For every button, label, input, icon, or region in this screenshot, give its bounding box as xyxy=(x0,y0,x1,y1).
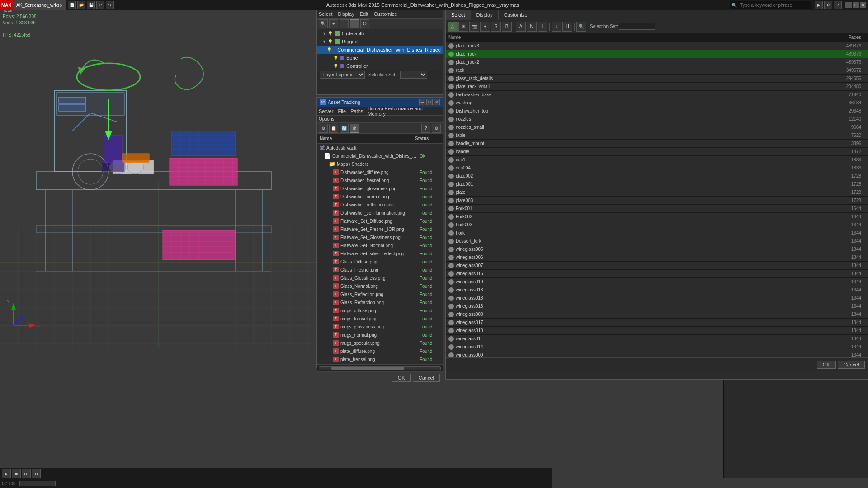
render-icon[interactable]: ▶ xyxy=(815,1,823,9)
open-icon[interactable]: 📂 xyxy=(77,1,85,9)
sfs-object-item-25[interactable]: wineglass0051344 xyxy=(446,245,868,253)
sfs-object-item-10[interactable]: nozzles_small9664 xyxy=(446,123,868,131)
sfs-object-item-34[interactable]: wineglass0171344 xyxy=(446,319,868,327)
sfs-object-item-2[interactable]: plate_rack2489376 xyxy=(446,58,868,66)
sfs-object-item-0[interactable]: plate_rack3489376 xyxy=(446,42,868,50)
asset-scrollbar[interactable] xyxy=(317,364,443,371)
asset-item-7[interactable]: TDishwasher_reflection.pngFound xyxy=(317,201,443,209)
sfs-object-item-24[interactable]: Dessert_fork1644 xyxy=(446,237,868,245)
at-btn-2[interactable]: 📋 xyxy=(329,124,338,133)
sfs-object-item-14[interactable]: cup11836 xyxy=(446,156,868,164)
sfs-sort-btn[interactable]: ↕ xyxy=(552,22,561,32)
sfs-none-btn[interactable]: N xyxy=(527,22,537,32)
sfs-ok-btn[interactable]: OK xyxy=(817,361,836,369)
undo-icon[interactable]: ↩ xyxy=(96,1,104,9)
asset-item-23[interactable]: Tmugs_normal.pngFound xyxy=(317,331,443,339)
asset-item-25[interactable]: Tplate_diffuse.pngFound xyxy=(317,347,443,355)
prev-frame-btn[interactable]: ⏮ xyxy=(32,469,41,478)
sfs-object-item-6[interactable]: Dishwasher_base71940 xyxy=(446,91,868,99)
sfs-cam-btn[interactable]: 📷 xyxy=(469,22,479,32)
at-menu-file[interactable]: File xyxy=(338,108,346,114)
asset-item-2[interactable]: 📁Maps / Shaders xyxy=(317,160,443,168)
sfs-object-item-19[interactable]: plate0031728 xyxy=(446,197,868,205)
sfs-object-item-9[interactable]: nozzles12140 xyxy=(446,115,868,123)
sfs-cancel-btn[interactable]: Cancel xyxy=(838,361,865,369)
redo-icon[interactable]: ↪ xyxy=(106,1,114,9)
sfs-object-item-38[interactable]: wineglass0091344 xyxy=(446,351,868,357)
sfs-object-item-4[interactable]: glass_rack_details294656 xyxy=(446,75,868,83)
sfs-object-item-20[interactable]: Fork0011644 xyxy=(446,205,868,213)
workspace-tab[interactable]: AK_Screenshot_wrksp xyxy=(13,0,66,10)
settings-icon[interactable]: ⚙ xyxy=(824,1,832,9)
sfs-object-item-22[interactable]: Fork0031644 xyxy=(446,221,868,229)
h-scrollbar[interactable] xyxy=(319,366,441,370)
asset-item-1[interactable]: 📄Commercial_Dishwasher_with_Dishes_Rigge… xyxy=(317,152,443,160)
next-frame-btn[interactable]: ⏭ xyxy=(22,469,31,478)
toggle-rigged[interactable]: ▼ xyxy=(322,39,327,44)
asset-item-6[interactable]: TDishwasher_normal.pngFound xyxy=(317,192,443,201)
asset-item-21[interactable]: Tmugs_frensel.pngFound xyxy=(317,314,443,323)
sfs-object-item-21[interactable]: Fork0021644 xyxy=(446,213,868,221)
menu-select[interactable]: Select xyxy=(319,11,333,17)
sfs-space-btn[interactable]: S xyxy=(491,22,501,32)
sfs-object-item-29[interactable]: wineglass0191344 xyxy=(446,278,868,286)
asset-item-20[interactable]: Tmugs_diffuse.pngFound xyxy=(317,306,443,314)
layer-item-rigged[interactable]: ▼ 💡 Rigged xyxy=(317,38,443,46)
toggle-0[interactable]: ▼ xyxy=(322,31,327,36)
maximize-btn[interactable]: □ xyxy=(853,2,859,8)
menu-edit[interactable]: Edit xyxy=(360,11,368,17)
sfs-geo-btn[interactable]: △ xyxy=(448,22,458,32)
sfs-light-btn[interactable]: ☀ xyxy=(458,22,468,32)
asset-item-13[interactable]: TFlatware_Set_silver_reflect.pngFound xyxy=(317,249,443,258)
sfs-all-btn[interactable]: A xyxy=(516,22,526,32)
sfs-filter-btn[interactable]: 🔍 xyxy=(576,22,586,32)
sfs-object-item-28[interactable]: wineglass0151344 xyxy=(446,270,868,278)
sfs-object-item-16[interactable]: plate0021728 xyxy=(446,172,868,180)
sfs-object-item-3[interactable]: rack349672 xyxy=(446,66,868,75)
se-obj-btn[interactable]: O xyxy=(360,19,369,28)
search-input[interactable] xyxy=(738,3,811,8)
asset-item-3[interactable]: TDishwasher_diffuse.pngFound xyxy=(317,168,443,176)
new-icon[interactable]: 📄 xyxy=(68,1,76,9)
asset-item-14[interactable]: TGlass_Diffuse.pngFound xyxy=(317,258,443,266)
layer-item-bone[interactable]: 💡 Bone xyxy=(317,54,443,62)
asset-item-26[interactable]: Tplate_frensel.pngFound xyxy=(317,355,443,363)
at-btn-4[interactable]: 🗑 xyxy=(350,124,359,133)
sfs-hier-btn[interactable]: H xyxy=(562,22,572,32)
asset-ok-btn[interactable]: OK xyxy=(392,374,411,382)
se-layer-btn[interactable]: L xyxy=(350,19,359,28)
sfs-object-item-8[interactable]: Dishwasher_top29348 xyxy=(446,107,868,115)
asset-item-4[interactable]: TDishwasher_fresnel.pngFound xyxy=(317,176,443,184)
sfs-object-item-37[interactable]: wineglass0141344 xyxy=(446,343,868,351)
sfs-tab-customize[interactable]: Customize xyxy=(499,9,533,20)
sfs-object-item-36[interactable]: wineglass011344 xyxy=(446,335,868,343)
asset-item-5[interactable]: TDishwasher_glossiness.pngFound xyxy=(317,184,443,192)
asset-item-17[interactable]: TGlass_Normal.pngFound xyxy=(317,282,443,290)
asset-item-15[interactable]: TGlass_Fresnel.pngFound xyxy=(317,266,443,274)
asset-item-18[interactable]: TGlass_Reflection.pngFound xyxy=(317,290,443,298)
layer-item-0[interactable]: ▼ 💡 0 (default) xyxy=(317,29,443,38)
at-maximize-btn[interactable]: □ xyxy=(426,99,433,105)
save-icon[interactable]: 💾 xyxy=(87,1,95,9)
sfs-object-item-7[interactable]: washing66134 xyxy=(446,99,868,107)
at-menu-server[interactable]: Server xyxy=(319,108,333,114)
at-close-btn[interactable]: ✕ xyxy=(434,99,440,105)
at-menu-paths[interactable]: Paths xyxy=(350,108,363,114)
close-btn[interactable]: ✕ xyxy=(860,2,866,8)
sfs-sel-input[interactable] xyxy=(619,23,655,30)
se-expand-btn[interactable]: + xyxy=(329,19,338,28)
explorer-mode-dropdown[interactable]: Layer Explorer xyxy=(320,71,365,79)
se-collapse-btn[interactable]: - xyxy=(340,19,349,28)
at-settings-btn[interactable]: ⚙ xyxy=(432,124,441,133)
asset-item-9[interactable]: TFlatware_Set_Diffuse.pngFound xyxy=(317,217,443,225)
se-filter-btn[interactable]: 🔍 xyxy=(319,19,328,28)
asset-item-24[interactable]: Tmugs_specular.pngFound xyxy=(317,339,443,347)
minimize-btn[interactable]: ─ xyxy=(845,2,852,8)
asset-cancel-btn[interactable]: Cancel xyxy=(413,374,440,382)
sfs-object-item-15[interactable]: cup0041836 xyxy=(446,164,868,172)
sfs-object-item-1[interactable]: plate_rack489376 xyxy=(446,50,868,58)
asset-item-11[interactable]: TFlatware_Set_Glossiness.pngFound xyxy=(317,233,443,241)
play-btn[interactable]: ▶ xyxy=(2,469,11,478)
asset-item-19[interactable]: TGlass_Refraction.pngFound xyxy=(317,298,443,306)
asset-item-0[interactable]: 🏛Autodesk Vault xyxy=(317,144,443,152)
